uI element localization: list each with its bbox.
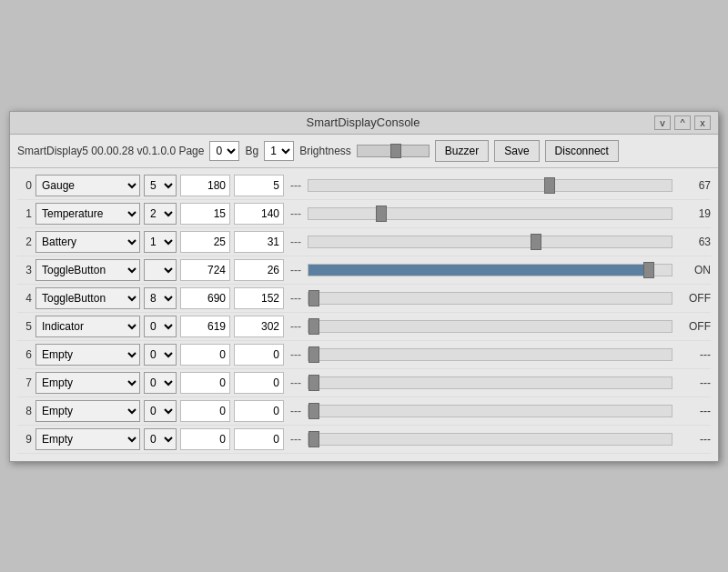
row-value: --- bbox=[678, 433, 711, 446]
row-y-input[interactable] bbox=[234, 287, 284, 309]
slider-container: --- bbox=[308, 405, 711, 417]
row-type-select[interactable]: Gauge bbox=[35, 175, 140, 196]
row-dash: --- bbox=[288, 236, 304, 248]
row-number: 6 bbox=[17, 348, 32, 361]
row-y-input[interactable] bbox=[234, 344, 284, 366]
row-type-select[interactable]: ToggleButton bbox=[35, 287, 140, 309]
device-label: SmartDisplay5 00.00.28 v0.1.0.0 Page bbox=[17, 145, 204, 157]
row-x-input[interactable] bbox=[180, 344, 230, 366]
row-slider[interactable] bbox=[308, 376, 672, 389]
disconnect-button[interactable]: Disconnect bbox=[545, 140, 619, 162]
row-type-select[interactable]: Indicator bbox=[35, 316, 140, 337]
row-number: 0 bbox=[17, 179, 32, 192]
row-type-select[interactable]: Empty bbox=[35, 428, 140, 450]
row-y-input[interactable] bbox=[234, 203, 284, 225]
row-dash: --- bbox=[288, 433, 304, 446]
row-number: 9 bbox=[17, 433, 32, 446]
row-number: 8 bbox=[17, 405, 32, 417]
row-value: --- bbox=[678, 405, 711, 417]
row-x-input[interactable] bbox=[180, 372, 230, 394]
slider-container: --- bbox=[308, 433, 711, 446]
slider-container: OFF bbox=[308, 320, 711, 333]
row-value: OFF bbox=[678, 320, 711, 333]
row-type-select[interactable]: Battery bbox=[35, 231, 140, 253]
row-slider[interactable] bbox=[308, 236, 672, 248]
row-x-input[interactable] bbox=[180, 231, 230, 253]
slider-container: OFF bbox=[308, 292, 711, 305]
table-row: 5 Indicator 0 --- OFF bbox=[17, 313, 711, 341]
row-size-select[interactable]: 2 bbox=[144, 203, 177, 225]
row-size-select[interactable]: 0 bbox=[144, 344, 177, 366]
row-x-input[interactable] bbox=[180, 287, 230, 309]
row-value: --- bbox=[678, 376, 711, 389]
slider-container: 63 bbox=[308, 236, 711, 248]
row-y-input[interactable] bbox=[234, 231, 284, 253]
main-window: SmartDisplayConsole v ^ x SmartDisplay5 … bbox=[9, 111, 719, 462]
row-type-select[interactable]: Empty bbox=[35, 344, 140, 366]
row-slider[interactable] bbox=[308, 405, 672, 417]
row-type-select[interactable]: Empty bbox=[35, 372, 140, 394]
row-y-input[interactable] bbox=[234, 259, 284, 281]
row-size-select[interactable]: 8 bbox=[144, 287, 177, 309]
page-select[interactable]: 012 bbox=[209, 141, 239, 161]
row-x-input[interactable] bbox=[180, 316, 230, 337]
row-y-input[interactable] bbox=[234, 428, 284, 450]
row-dash: --- bbox=[288, 405, 304, 417]
bg-select[interactable]: 10 bbox=[264, 141, 294, 161]
row-slider[interactable] bbox=[308, 179, 672, 192]
row-size-select[interactable]: 5 bbox=[144, 175, 177, 196]
row-x-input[interactable] bbox=[180, 175, 230, 196]
row-dash: --- bbox=[288, 348, 304, 361]
rows-container: 0 Gauge 5 --- 67 1 Temperature 2 --- 19 … bbox=[10, 168, 718, 461]
row-size-select[interactable] bbox=[144, 259, 177, 281]
row-y-input[interactable] bbox=[234, 372, 284, 394]
row-x-input[interactable] bbox=[180, 400, 230, 422]
row-size-select[interactable]: 0 bbox=[144, 316, 177, 337]
row-slider[interactable] bbox=[308, 320, 672, 333]
table-row: 7 Empty 0 --- --- bbox=[17, 369, 711, 397]
row-slider[interactable] bbox=[308, 207, 672, 220]
minimize-button[interactable]: v bbox=[654, 115, 671, 130]
window-title: SmartDisplayConsole bbox=[72, 115, 654, 129]
row-number: 4 bbox=[17, 292, 32, 305]
row-y-input[interactable] bbox=[234, 316, 284, 337]
row-x-input[interactable] bbox=[180, 259, 230, 281]
row-size-select[interactable]: 0 bbox=[144, 428, 177, 450]
row-dash: --- bbox=[288, 207, 304, 220]
slider-container: 19 bbox=[308, 207, 711, 220]
bg-label: Bg bbox=[245, 145, 258, 157]
row-slider[interactable] bbox=[308, 348, 672, 361]
row-x-input[interactable] bbox=[180, 203, 230, 225]
row-value: 19 bbox=[678, 207, 711, 220]
row-size-select[interactable]: 1 bbox=[144, 231, 177, 253]
row-dash: --- bbox=[288, 264, 304, 276]
toolbar: SmartDisplay5 00.00.28 v0.1.0.0 Page 012… bbox=[10, 135, 718, 168]
row-slider[interactable] bbox=[308, 292, 672, 305]
row-slider[interactable] bbox=[308, 433, 672, 446]
row-dash: --- bbox=[288, 320, 304, 333]
table-row: 2 Battery 1 --- 63 bbox=[17, 228, 711, 256]
row-number: 1 bbox=[17, 207, 32, 220]
row-y-input[interactable] bbox=[234, 400, 284, 422]
title-controls: v ^ x bbox=[654, 115, 711, 130]
table-row: 3 ToggleButton --- ON bbox=[17, 256, 711, 285]
row-type-select[interactable]: Temperature bbox=[35, 203, 140, 225]
row-x-input[interactable] bbox=[180, 428, 230, 450]
brightness-slider[interactable] bbox=[357, 145, 430, 157]
brightness-label: Brightness bbox=[299, 145, 351, 157]
close-button[interactable]: x bbox=[694, 115, 711, 130]
slider-container: 67 bbox=[308, 179, 711, 192]
row-value: 63 bbox=[678, 236, 711, 248]
row-slider[interactable] bbox=[308, 264, 672, 276]
save-button[interactable]: Save bbox=[494, 140, 539, 162]
row-type-select[interactable]: ToggleButton bbox=[35, 259, 140, 281]
row-size-select[interactable]: 0 bbox=[144, 372, 177, 394]
row-size-select[interactable]: 0 bbox=[144, 400, 177, 422]
table-row: 8 Empty 0 --- --- bbox=[17, 397, 711, 426]
maximize-button[interactable]: ^ bbox=[674, 115, 691, 130]
row-y-input[interactable] bbox=[234, 175, 284, 196]
row-type-select[interactable]: Empty bbox=[35, 400, 140, 422]
slider-container: --- bbox=[308, 348, 711, 361]
table-row: 4 ToggleButton 8 --- OFF bbox=[17, 285, 711, 313]
buzzer-button[interactable]: Buzzer bbox=[435, 140, 489, 162]
